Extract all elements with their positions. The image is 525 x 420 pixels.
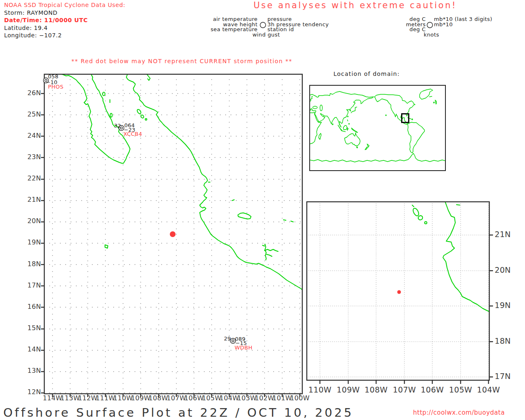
legend-unit-sea-temp: deg C	[365, 27, 426, 32]
inset-lat-20N: 20N	[495, 266, 511, 274]
inset-lat-17N: 17N	[495, 372, 511, 381]
inset-lon-108W: 108W	[362, 386, 390, 394]
caution-heading: Use analyses with extreme caution!	[253, 1, 457, 10]
legend-wind-gust: wind gust	[244, 32, 289, 38]
coastal-lagoon-inset	[457, 205, 460, 205]
lake-chapala	[238, 213, 251, 219]
main-lat-24N: 24N	[16, 132, 41, 139]
inset-lat-18N: 18N	[495, 337, 511, 345]
main-lat-17N: 17N	[16, 282, 41, 289]
taiwan	[347, 116, 348, 117]
antarctica	[310, 153, 445, 162]
small-lake-2	[291, 221, 293, 222]
japan	[351, 107, 357, 113]
greenland	[420, 89, 433, 99]
source-url: http://coolwx.com/buoydata	[413, 410, 505, 416]
main-lat-21N: 21N	[16, 196, 41, 203]
inset-lat-21N: 21N	[495, 231, 511, 239]
buoy-plot-page: NOAA SSD Tropical Cyclone Data Used: Sto…	[0, 0, 525, 420]
longitude-line: Longitude: −107.2	[4, 32, 62, 39]
new-zealand-north	[367, 144, 369, 147]
inset-lon-107W: 107W	[390, 386, 419, 394]
hispaniola	[412, 119, 413, 120]
storm-position-warning: ** Red dot below may NOT represent CURRE…	[71, 58, 292, 64]
main-lat-20N: 20N	[16, 218, 41, 225]
small-lake-1	[283, 220, 286, 220]
black-sea	[313, 106, 317, 109]
isla-tortuga	[103, 92, 105, 96]
uk	[435, 100, 436, 104]
main-lat-19N: 19N	[16, 239, 41, 246]
inset-lat-19N: 19N	[495, 301, 511, 310]
inset-lon-106W: 106W	[418, 386, 447, 394]
main-lon-100W: 100W	[288, 395, 312, 402]
legend-sea-temp: sea temperature	[184, 27, 258, 32]
station-WDBH-air-temp: 29	[224, 336, 231, 342]
isla-maria-madre	[137, 109, 142, 114]
isla-maria-madre-inset	[412, 208, 420, 217]
inset-map-coastlines	[412, 201, 491, 312]
new-guinea	[352, 128, 358, 132]
main-lat-14N: 14N	[16, 346, 41, 353]
isla-maria-cleofas	[145, 119, 147, 120]
main-map-coastlines	[60, 73, 303, 290]
ireland	[434, 102, 434, 103]
baja-california-coast	[60, 73, 130, 163]
isla-maria-magdalena	[140, 114, 144, 119]
legend-unit-wind-gust: knots	[424, 32, 439, 38]
legend-station-circle	[260, 22, 266, 28]
madagascar	[319, 133, 321, 139]
main-lat-13N: 13N	[16, 368, 41, 374]
station-XCCB4-id: XCCB4	[123, 131, 142, 137]
mindanao	[349, 123, 349, 124]
world-inset-title: Location of domain:	[333, 71, 400, 77]
hawaii	[386, 115, 386, 116]
iceland	[429, 96, 432, 97]
noaa-data-line: NOAA SSD Tropical Cyclone Data Used:	[4, 2, 126, 8]
main-lat-22N: 22N	[16, 175, 41, 182]
mexico-mainland-coast	[126, 73, 303, 290]
station-PHOS-id: PHOS	[48, 84, 64, 90]
inset-lon-110W: 110W	[306, 386, 334, 394]
main-lat-15N: 15N	[16, 325, 41, 332]
australia	[345, 133, 360, 146]
main-lat-16N: 16N	[16, 304, 41, 310]
nayarit-jalisco-coast	[443, 201, 491, 312]
sonora-inland-water	[147, 74, 150, 80]
storm-position-dot	[170, 231, 176, 237]
station-WDBH-id: WDBH	[235, 345, 253, 351]
new-zealand-south	[365, 147, 368, 150]
storm-name-line: Storm: RAYMOND	[4, 10, 57, 16]
plot-title: Offshore Surface Plot at 22Z / OCT 10, 2…	[3, 406, 354, 419]
legend-unit-tendency: mb*10	[434, 22, 453, 27]
borneo	[343, 126, 347, 130]
sri-lanka	[332, 124, 333, 125]
main-lat-26N: 26N	[16, 90, 41, 97]
inset-lon-109W: 109W	[334, 386, 363, 394]
sulawesi	[347, 128, 348, 130]
main-lat-25N: 25N	[16, 111, 41, 118]
isla-maria-cleofas-inset	[425, 221, 427, 224]
legend-units-circle	[427, 22, 433, 28]
world-map-coastlines	[310, 89, 445, 162]
laguna-dash	[232, 200, 234, 201]
main-lat-12N: 12N	[16, 389, 41, 396]
legend-station-id: station id	[267, 27, 294, 32]
java	[342, 131, 345, 132]
inset-lon-105W: 105W	[446, 386, 475, 394]
storm-position-dot-inset	[397, 290, 401, 294]
isla-carmen	[110, 114, 112, 117]
caspian-sea	[320, 105, 322, 111]
main-lat-18N: 18N	[16, 261, 41, 268]
inset-lon-104W: 104W	[474, 386, 503, 394]
datetime-line: Date/Time: 11/0000 UTC	[4, 17, 88, 23]
socorro-island	[105, 245, 108, 248]
eurasia-coast	[310, 91, 374, 127]
main-lat-23N: 23N	[16, 154, 41, 161]
americas-coast	[374, 94, 425, 153]
latitude-line: Latitude: 19.4	[4, 25, 48, 31]
station-PHOS-pressure: 058	[48, 74, 58, 80]
michoacan-lakes	[262, 244, 278, 260]
philippines	[347, 120, 348, 121]
station-XCCB4-air-temp: 32	[114, 123, 121, 129]
